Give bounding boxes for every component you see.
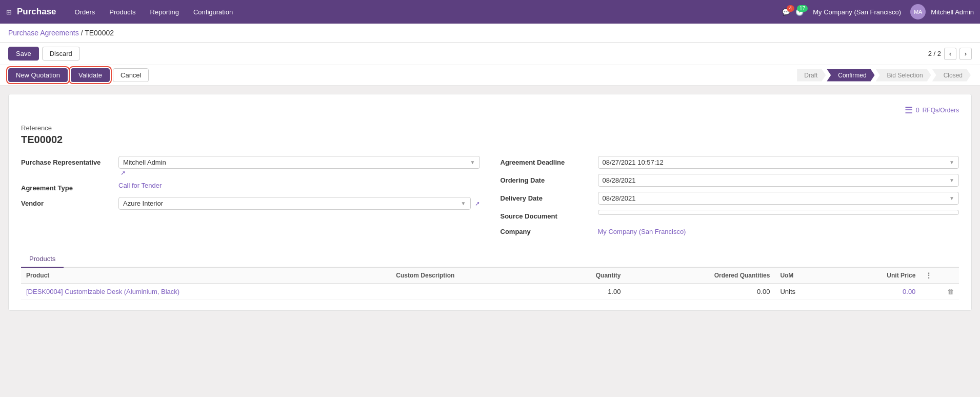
custom-desc-cell[interactable] (391, 284, 546, 300)
agreement-deadline-row: Agreement Deadline 08/27/2021 10:57:12 ▼ (501, 156, 959, 169)
agreement-deadline-value: 08/27/2021 10:57:12 (603, 158, 664, 166)
company-value[interactable]: My Company (San Francisco) (598, 228, 686, 235)
company-name: My Company (San Francisco) (813, 8, 901, 16)
tabs-section: Products Product Custom Description Quan… (21, 251, 959, 300)
pipeline-closed: Closed (932, 69, 971, 82)
col-actions: ⋮ (921, 268, 959, 284)
row-delete-icon[interactable]: 🗑 (921, 284, 959, 300)
col-custom-desc: Custom Description (391, 268, 546, 284)
agreement-type-label: Agreement Type (21, 182, 118, 192)
company-row: Company My Company (San Francisco) (501, 225, 959, 235)
products-table: Product Custom Description Quantity Orde… (21, 268, 959, 300)
page-navigation: 2 / 2 ‹ › (928, 48, 972, 60)
col-product: Product (21, 268, 391, 284)
rfq-count: 0 (916, 107, 919, 114)
agreement-deadline-field: 08/27/2021 10:57:12 ▼ (598, 156, 959, 169)
save-button[interactable]: Save (8, 47, 39, 61)
delivery-date-value: 08/28/2021 (603, 194, 636, 202)
next-page-button[interactable]: › (959, 48, 972, 60)
pipeline-status: Draft Confirmed Bid Selection Closed (797, 69, 972, 82)
tabs-navigation: Products (21, 251, 959, 268)
source-doc-field (598, 210, 959, 215)
form-card: ☰ 0 RFQs/Orders Reference TE00002 Purcha… (8, 94, 972, 311)
user-name: Mitchell Admin (931, 8, 974, 16)
purchase-rep-value: Mitchell Admin (123, 158, 166, 166)
vendor-dropdown: ▼ (461, 201, 466, 206)
ordering-date-row: Ordering Date 08/28/2021 ▼ (501, 174, 959, 187)
ordered-qty-cell: 0.00 (626, 284, 775, 300)
purchase-rep-input[interactable]: Mitchell Admin ▼ (118, 156, 480, 169)
main-content: ☰ 0 RFQs/Orders Reference TE00002 Purcha… (0, 86, 980, 319)
col-unit-price: Unit Price (833, 268, 921, 284)
agreement-type-value: Call for Tender (118, 182, 480, 189)
clock-notification[interactable]: 🕐 17 (795, 8, 804, 16)
table-header-row: Product Custom Description Quantity Orde… (21, 268, 959, 284)
vendor-input[interactable]: Azure Interior ▼ (118, 197, 471, 210)
nav-reporting[interactable]: Reporting (144, 5, 185, 19)
breadcrumb-current: TE00002 (85, 29, 114, 37)
ordering-date-field: 08/28/2021 ▼ (598, 174, 959, 187)
agreement-type-row: Agreement Type Call for Tender (21, 182, 480, 192)
delivery-date-dropdown: ▼ (949, 195, 954, 201)
delivery-date-input[interactable]: 08/28/2021 ▼ (598, 192, 959, 205)
purchase-rep-field: Mitchell Admin ▼ ➚ (118, 156, 480, 176)
agreement-deadline-dropdown: ▼ (949, 160, 954, 165)
validate-button[interactable]: Validate (71, 68, 110, 82)
clock-badge: 17 (797, 5, 808, 12)
vendor-external-link[interactable]: ➚ (475, 200, 480, 207)
ordering-date-input[interactable]: 08/28/2021 ▼ (598, 174, 959, 187)
ordering-date-label: Ordering Date (501, 174, 598, 184)
breadcrumb-parent[interactable]: Purchase Agreements (8, 29, 79, 37)
new-quotation-button[interactable]: New Quotation (8, 68, 68, 82)
top-navigation: ⊞ Purchase Orders Products Reporting Con… (0, 0, 980, 24)
col-quantity: Quantity (546, 268, 626, 284)
source-doc-row: Source Document (501, 210, 959, 220)
purchase-rep-external-link[interactable]: ➚ (121, 169, 126, 176)
ordering-date-value: 08/28/2021 (603, 176, 636, 184)
discard-button[interactable]: Discard (42, 47, 80, 61)
reference-value: TE00002 (21, 134, 959, 146)
rfq-icon: ☰ (905, 105, 913, 116)
agreement-type-link[interactable]: Call for Tender (118, 182, 162, 189)
chat-notification[interactable]: 💬 4 (782, 8, 790, 16)
nav-configuration[interactable]: Configuration (187, 5, 239, 19)
source-doc-input[interactable] (598, 210, 959, 215)
app-name[interactable]: Purchase (17, 7, 56, 17)
col-uom: UoM (775, 268, 832, 284)
vendor-row: Vendor Azure Interior ▼ ➚ (21, 197, 480, 210)
ordering-date-dropdown: ▼ (949, 177, 954, 183)
nav-products[interactable]: Products (103, 5, 142, 19)
delivery-date-field: 08/28/2021 ▼ (598, 192, 959, 205)
quantity-cell[interactable]: 1.00 (546, 284, 626, 300)
product-cell[interactable]: [DESK0004] Customizable Desk (Aluminium,… (21, 284, 391, 300)
company-label: Company (501, 225, 598, 235)
app-grid-icon[interactable]: ⊞ (6, 8, 12, 16)
delivery-date-row: Delivery Date 08/28/2021 ▼ (501, 192, 959, 205)
status-bar: New Quotation Validate Cancel Draft Conf… (0, 65, 980, 86)
user-avatar[interactable]: MA (910, 4, 926, 19)
col-ordered-qty: Ordered Quantities (626, 268, 775, 284)
nav-orders[interactable]: Orders (69, 5, 102, 19)
vendor-field: Azure Interior ▼ ➚ (118, 197, 480, 210)
prev-page-button[interactable]: ‹ (944, 48, 956, 60)
vendor-value: Azure Interior (123, 200, 163, 207)
pipeline-draft: Draft (797, 69, 826, 82)
pipeline-bid-selection: Bid Selection (876, 69, 931, 82)
cancel-button[interactable]: Cancel (113, 68, 149, 82)
rfq-counter[interactable]: ☰ 0 RFQs/Orders (21, 105, 959, 116)
tab-products[interactable]: Products (21, 251, 64, 268)
reference-label: Reference (21, 124, 959, 132)
breadcrumb: Purchase Agreements / TE00002 (0, 24, 980, 43)
action-bar: Save Discard 2 / 2 ‹ › (0, 43, 980, 65)
agreement-deadline-label: Agreement Deadline (501, 156, 598, 166)
agreement-deadline-input[interactable]: 08/27/2021 10:57:12 ▼ (598, 156, 959, 169)
page-info: 2 / 2 (928, 50, 941, 57)
chat-badge: 4 (787, 5, 795, 12)
purchase-rep-dropdown: ▼ (470, 160, 475, 165)
unit-price-cell[interactable]: 0.00 (833, 284, 921, 300)
vendor-label: Vendor (21, 197, 118, 207)
form-fields: Purchase Representative Mitchell Admin ▼… (21, 156, 959, 241)
table-row: [DESK0004] Customizable Desk (Aluminium,… (21, 284, 959, 300)
pipeline-confirmed: Confirmed (827, 69, 874, 82)
purchase-rep-label: Purchase Representative (21, 156, 118, 166)
